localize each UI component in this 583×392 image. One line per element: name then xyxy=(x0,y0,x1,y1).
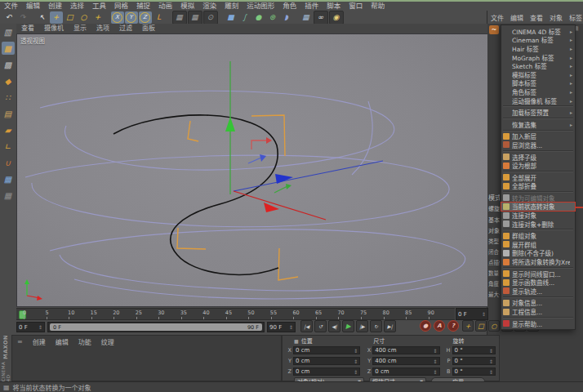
viewport[interactable]: 透视视图 xyxy=(16,33,488,307)
menu-item[interactable]: 窗口 xyxy=(345,2,367,11)
keyframe-selection-icon[interactable]: ? xyxy=(447,320,459,332)
play-backwards-icon[interactable]: ↺ xyxy=(314,320,327,332)
subdivision-surface-icon[interactable]: ● xyxy=(252,11,265,24)
range-end-field[interactable]: 90 F⇕ xyxy=(267,322,296,332)
material-tab[interactable]: 编辑 xyxy=(56,337,69,346)
menu-item[interactable]: 角色 xyxy=(278,2,300,11)
context-menu-item[interactable]: 选择子级 ▸ xyxy=(501,153,575,162)
record-rotation-icon[interactable]: ○ xyxy=(488,320,500,332)
menu-item[interactable]: 网格 xyxy=(110,2,132,11)
goto-end-icon[interactable]: ▶| xyxy=(384,320,396,332)
snap-icon[interactable]: ∪ xyxy=(2,156,15,169)
coordinate-system-icon[interactable]: L xyxy=(153,11,166,24)
render-view-icon[interactable]: ▦ xyxy=(172,11,187,24)
lock-workplane-icon[interactable]: ▦ xyxy=(2,189,15,202)
menu-item[interactable]: 选择 xyxy=(66,2,88,11)
context-menu-item[interactable]: 展开群组 ▸ xyxy=(501,240,575,249)
rotation-p-input[interactable]: 0 °⇕ xyxy=(452,357,496,365)
size-x-input[interactable]: 400 cm⇕ xyxy=(372,346,439,354)
menu-item[interactable]: 脚本 xyxy=(323,2,345,11)
context-menu-item[interactable]: CINEMA 4D 标签 ▸ xyxy=(501,27,575,36)
context-menu-item[interactable]: 加入新层 ▸ xyxy=(501,132,575,141)
viewport-menu-item[interactable]: 过滤 xyxy=(114,24,137,33)
context-menu-item[interactable]: 模拟标签 ▸ xyxy=(501,70,575,79)
viewport-menu-item[interactable]: 面板 xyxy=(137,24,160,33)
context-menu-item[interactable]: 删除(不含子级) ▸ xyxy=(501,249,575,258)
play-forward-icon[interactable]: ▶ xyxy=(342,320,354,332)
material-tab[interactable]: 创建 xyxy=(33,337,46,346)
menu-item[interactable]: 文件 xyxy=(0,2,22,11)
size-z-input[interactable]: 0 cm⇕ xyxy=(372,368,439,376)
workplane-mode-icon[interactable]: ◆ xyxy=(2,74,15,87)
redo-icon[interactable]: ↷ xyxy=(16,11,29,24)
menu-item[interactable]: 捕捉 xyxy=(132,2,154,11)
polygons-mode-icon[interactable]: ▰ xyxy=(2,123,15,136)
context-menu-item[interactable]: Sketch 标签 ▸ xyxy=(501,61,575,70)
floor-icon[interactable]: ▦ xyxy=(300,11,313,24)
context-menu-item[interactable]: 连接对象 ▸ xyxy=(501,211,575,220)
menu-item[interactable]: 编辑 xyxy=(507,13,527,22)
viewport-menu-item[interactable]: 显示 xyxy=(69,24,91,33)
record-active-objects-icon[interactable]: ● xyxy=(420,320,431,332)
attribute-tab-basic[interactable]: 基本 xyxy=(488,216,500,224)
material-tab[interactable]: 纹理 xyxy=(101,337,114,346)
context-menu-item[interactable]: 恢复选集 ▸ xyxy=(501,120,575,129)
context-menu-item[interactable]: MoGraph 标签 ▸ xyxy=(501,53,575,62)
context-menu-item[interactable]: 显示帮助... ▸ xyxy=(501,319,575,328)
context-menu-item[interactable]: 全部展开 ▸ xyxy=(501,173,575,182)
points-mode-icon[interactable]: ∷ xyxy=(2,91,15,104)
rotate-tool-icon[interactable]: ○ xyxy=(78,11,91,24)
cube-primitive-icon[interactable]: ■ xyxy=(225,11,238,24)
context-menu-item[interactable]: 对象信息... ▸ xyxy=(501,299,575,308)
context-menu-item[interactable]: 群组对象 ▸ xyxy=(501,231,575,240)
context-menu-item[interactable]: 工程信息... ▸ xyxy=(501,307,575,316)
previous-frame-icon[interactable]: ◀| xyxy=(328,320,340,332)
move-tool-icon[interactable]: + xyxy=(50,11,63,24)
spline-pen-icon[interactable]: ∫ xyxy=(238,11,251,24)
menu-item[interactable]: 动画 xyxy=(154,2,176,11)
menu-item[interactable]: 运动图形 xyxy=(243,2,278,11)
menu-item[interactable]: 模拟 xyxy=(176,2,198,11)
context-menu-item[interactable]: 全部折叠 ▸ xyxy=(501,182,575,191)
context-menu-item[interactable]: 显示时间线窗口... ▸ xyxy=(501,270,575,278)
menu-item[interactable]: 创建 xyxy=(44,2,66,11)
light-icon[interactable]: ◉ xyxy=(329,11,344,24)
menu-item[interactable]: 工具 xyxy=(88,2,110,11)
viewport-menu-item[interactable]: 查看 xyxy=(16,24,39,33)
menu-item[interactable]: 帮助 xyxy=(367,2,389,11)
menu-item[interactable]: 雕刻 xyxy=(220,2,243,11)
menu-item[interactable]: 编辑 xyxy=(22,2,44,11)
attribute-mode-menu[interactable]: 模式 xyxy=(488,193,500,202)
viewport-menu-item[interactable]: 摄像机 xyxy=(39,24,69,33)
menu-item[interactable]: 标签 xyxy=(566,13,583,22)
record-scale-icon[interactable]: □ xyxy=(475,320,487,332)
context-menu-item[interactable]: 设为根部 ▸ xyxy=(501,161,575,170)
context-menu-item[interactable]: 显示函数曲线... ▸ xyxy=(501,278,575,287)
position-x-input[interactable]: 0 cm⇕ xyxy=(293,346,360,354)
context-menu-item[interactable]: 当前状态转对象 ▸ xyxy=(501,203,575,212)
enable-axis-icon[interactable]: ∟ xyxy=(2,140,15,153)
autokey-icon[interactable]: A xyxy=(434,320,445,332)
context-menu-item[interactable]: 角色标签 ▸ xyxy=(501,87,575,96)
context-menu-item[interactable]: 运动摄像机 标签 ▸ xyxy=(501,96,575,105)
context-menu-item[interactable]: Cineman 标签 ▸ xyxy=(501,36,575,45)
timeline-ruler[interactable]: 0 5 10 15 20 25 30 35 40 45 50 55 60 65 … xyxy=(16,308,455,320)
spline-object-icon[interactable]: ~ xyxy=(489,25,499,34)
render-picture-viewer-icon[interactable]: ▦ xyxy=(188,11,202,24)
generator-icon[interactable]: ⊛ xyxy=(266,11,279,24)
z-axis-lock-icon[interactable]: Z xyxy=(139,11,152,24)
next-frame-icon[interactable]: |▶ xyxy=(356,320,368,332)
scale-tool-icon[interactable]: □ xyxy=(64,11,77,24)
material-manager[interactable]: ≡ 创建编辑功能纹理 xyxy=(11,335,282,381)
loop-icon[interactable]: ↻ xyxy=(370,320,382,332)
deformer-icon[interactable]: ◗ xyxy=(280,11,293,24)
context-menu-item[interactable]: 转为可编辑对象 ▸ xyxy=(501,194,575,203)
model-mode-icon[interactable]: ■ xyxy=(2,42,15,55)
context-menu-item[interactable]: 显示轨迹... ▸ xyxy=(501,287,575,296)
record-position-icon[interactable]: + xyxy=(462,320,474,332)
position-y-input[interactable]: 0 cm⇕ xyxy=(293,357,360,365)
position-z-input[interactable]: 0 cm⇕ xyxy=(293,368,360,376)
preview-range-slider[interactable]: 0 F 90 F xyxy=(47,322,265,332)
y-axis-lock-icon[interactable]: Y xyxy=(125,11,138,24)
context-menu-item[interactable]: 脚本标签 ▸ xyxy=(501,79,575,88)
